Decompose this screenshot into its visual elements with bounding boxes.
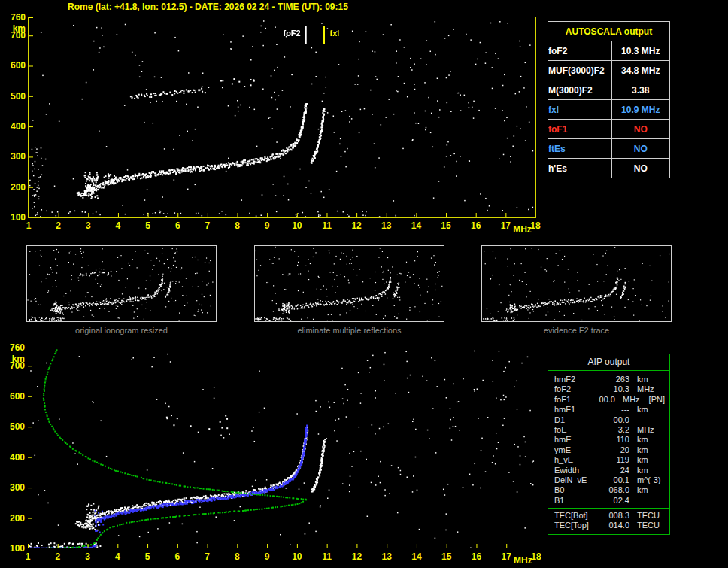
x-tick-label: 5 [139,220,157,231]
aip-value: 110 [599,435,629,445]
aip-value: --- [599,405,629,415]
thumbnail-f2-trace [481,245,672,322]
aip-param: TEC[Bot] [554,511,599,521]
x-tick-label: 15 [437,220,455,231]
list-item: B1 02.4 [554,496,665,506]
aip-param: hmF1 [554,405,599,415]
aip-value: 00.1 [599,475,629,485]
x-tick-label: 2 [50,220,68,231]
table-row: foF2 10.3 MHz [548,41,670,61]
autoscala-screen: Rome (lat: +41.8, lon: 012.5) - DATE: 20… [0,0,728,568]
aip-value: 24 [599,466,629,475]
x-tick-label: 16 [467,220,485,231]
aip-value: 00.0 [591,395,615,405]
x-tick-label: 11 [317,220,335,231]
aip-unit: MHz [623,395,640,405]
aip-param: DelN_vE [554,475,599,485]
autoscala-param: foF2 [548,41,612,61]
x-tick-label: 12 [347,551,366,562]
aip-param: foF1 [554,395,591,405]
list-item: DelN_vE 00.1 m^(-3) [554,475,665,485]
aip-title: AIP output [548,354,669,371]
aip-param: D1 [554,415,599,425]
thumbnail-multiple-reflections [254,245,444,322]
x-tick-label: 17 [496,220,514,231]
aip-value: 014.0 [599,521,629,530]
table-row: ftEs NO [548,139,670,159]
aip-unit: m^(-3) [637,475,660,485]
aip-value: 10.3 [599,384,629,394]
autoscala-title: AUTOSCALA output [548,22,670,41]
aip-param: hmE [554,435,599,445]
aip-value: 068.0 [599,485,629,495]
autoscala-value: NO [611,139,669,159]
list-item: h_vE 119 km [554,455,665,465]
aip-param: B0 [554,485,599,495]
y-tick-label: 300 [10,483,25,492]
table-row: MUF(3000)F2 34.8 MHz [548,61,670,80]
list-item: ymE 20 km [554,445,665,455]
y-tick-label: 600 [10,392,25,401]
x-tick-label: 12 [347,220,366,231]
x-tick-label: 13 [378,551,396,562]
x-tick-label: 14 [408,551,426,562]
x-tick-label: 11 [318,551,336,562]
x-tick-label: 4 [109,220,127,231]
x-tick-label: 14 [407,220,425,231]
x-tick-label: 4 [108,551,126,562]
y-tick-label: 760 [10,343,25,352]
list-item: foE 3.2 MHz [554,425,665,435]
aip-param: h_vE [554,455,599,465]
aip-unit: km [637,405,648,415]
aip-value: 263 [599,375,629,384]
x-tick-label: 15 [438,551,456,562]
aip-param: hmF2 [554,375,599,384]
y-tick-label: 300 [11,152,26,161]
x-tick-label: 7 [199,220,217,231]
y-tick-label: 500 [10,422,25,431]
marker-foF2: foF2 [283,29,300,38]
list-item: foF1 00.0 MHz [PN] [554,395,665,405]
aip-value: 119 [599,455,629,465]
y-tick-label: 600 [11,61,26,70]
page-title: Rome (lat: +41.8, lon: 012.5) - DATE: 20… [68,2,348,12]
aip-unit: km [637,375,648,384]
x-tick-label: 6 [168,551,187,562]
top-ionogram-plot: 100200300400500600700760km12345678910111… [28,17,536,218]
list-item: TEC[Top] 014.0 TECU [554,521,665,530]
x-axis-labels: 123456789101112131415161718MHz [29,217,535,235]
x-tick-label: 9 [258,220,276,231]
x-tick-label: 13 [378,220,396,231]
thumbnail-caption: evidence F2 trace [481,326,672,335]
x-tick-label: 8 [229,220,247,231]
x-tick-label: 1 [19,551,37,562]
aip-param: Ewidth [554,466,599,475]
y-tick-label: 200 [11,183,26,192]
aip-body: hmF2 263 km foF2 10.3 MHz foF1 00.0 MHz … [548,371,669,534]
table-row: M(3000)F2 3.38 [548,80,670,100]
y-axis-unit-label: km [13,24,26,33]
aip-param: foF2 [554,384,599,394]
aip-unit: km [637,466,648,475]
y-tick-label: 400 [10,453,25,462]
x-tick-label: 17 [497,551,515,562]
x-tick-label: 5 [138,551,156,562]
aip-param: B1 [554,496,599,506]
y-tick-label: 400 [11,122,26,131]
aip-unit: km [637,455,648,465]
x-tick-label: 3 [79,220,97,231]
y-tick-label: 200 [10,514,25,523]
autoscala-value: 10.9 MHz [611,100,669,120]
x-tick-label: 9 [258,551,276,562]
thumbnail-caption: eliminate multiple reflections [254,326,444,335]
thumbnail-original [26,245,217,322]
x-tick-label: 10 [288,551,306,562]
aip-param: foE [554,425,599,435]
list-item: hmE 110 km [554,435,665,445]
aip-flag: [PN] [649,395,665,405]
list-item: TEC[Bot] 008.3 TECU [554,511,665,521]
aip-param: TEC[Top] [554,521,599,530]
aip-value: 008.3 [599,511,629,521]
y-axis-labels: 100200300400500600700760km [1,348,26,548]
autoscala-value: 34.8 MHz [611,61,669,80]
